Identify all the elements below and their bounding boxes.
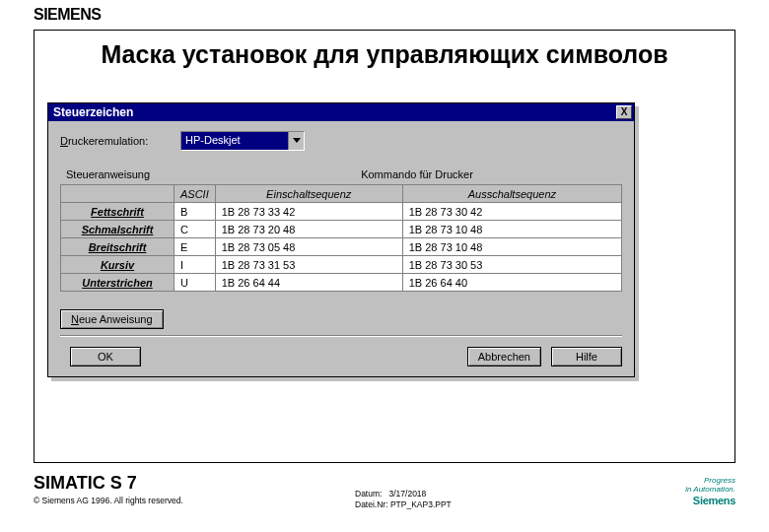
- cell-on-seq[interactable]: 1B 28 73 33 42: [215, 203, 402, 221]
- header-kommando: Kommando für Drucker: [212, 165, 622, 184]
- cell-on-seq[interactable]: 1B 28 73 20 48: [215, 221, 402, 238]
- row-name: Breitschrift: [61, 238, 175, 256]
- cell-on-seq[interactable]: 1B 28 73 05 48: [215, 238, 402, 256]
- cell-ascii[interactable]: E: [175, 238, 216, 256]
- brand-logo-top: SIEMENS: [34, 6, 102, 24]
- col-ascii: ASCII: [175, 185, 216, 203]
- table-row: KursivI1B 28 73 31 531B 28 73 30 53: [61, 256, 622, 274]
- cell-off-seq[interactable]: 1B 28 73 30 42: [402, 203, 621, 221]
- printer-emulation-label: Druckeremulation:: [60, 135, 180, 147]
- slide-title: Маска установок для управляющих символов: [35, 40, 734, 69]
- row-name: Fettschrift: [61, 203, 175, 221]
- cell-off-seq[interactable]: 1B 26 64 40: [402, 274, 621, 292]
- table-row: UnterstrichenU1B 26 64 441B 26 64 40: [61, 274, 622, 292]
- row-name: Unterstrichen: [61, 274, 175, 292]
- cancel-button[interactable]: Abbrechen: [467, 347, 541, 366]
- close-button[interactable]: X: [616, 105, 632, 119]
- table-row: FettschriftB1B 28 73 33 421B 28 73 30 42: [61, 203, 622, 221]
- table-row: SchmalschriftC1B 28 73 20 481B 28 73 10 …: [61, 221, 622, 238]
- footer-meta: Datum: 3/17/2018 Datei.Nr: PTP_KAP3.PPT: [355, 489, 452, 509]
- cell-off-seq[interactable]: 1B 28 73 10 48: [402, 238, 621, 256]
- ok-button[interactable]: OK: [70, 347, 141, 366]
- table-row: BreitschriftE1B 28 73 05 481B 28 73 10 4…: [61, 238, 622, 256]
- dialog-title: Steuerzeichen: [53, 105, 616, 119]
- printer-emulation-value: HP-Deskjet: [181, 132, 288, 150]
- cell-ascii[interactable]: B: [175, 203, 216, 221]
- cell-on-seq[interactable]: 1B 26 64 44: [215, 274, 402, 292]
- new-instruction-button[interactable]: Neue Anweisung: [60, 309, 164, 329]
- cell-ascii[interactable]: C: [175, 221, 216, 238]
- col-ausschalt: Ausschaltsequenz: [402, 185, 621, 203]
- help-button[interactable]: Hilfe: [551, 347, 622, 366]
- dialog-steuerzeichen: Steuerzeichen X Druckeremulation: HP-Des…: [47, 102, 635, 377]
- cell-ascii[interactable]: I: [175, 256, 216, 274]
- svg-marker-0: [293, 138, 301, 143]
- cell-ascii[interactable]: U: [175, 274, 216, 292]
- col-einschalt: Einschaltsequenz: [215, 185, 402, 203]
- cell-off-seq[interactable]: 1B 28 73 10 48: [402, 221, 621, 238]
- row-name: Kursiv: [61, 256, 175, 274]
- dropdown-arrow-icon[interactable]: [288, 132, 304, 150]
- header-steueranweisung: Steueranweisung: [60, 165, 212, 184]
- dialog-titlebar: Steuerzeichen X: [48, 103, 634, 121]
- footer-right: Progress in Automation. Siemens: [685, 477, 735, 506]
- printer-emulation-row: Druckeremulation: HP-Deskjet: [60, 131, 622, 151]
- control-codes-table: ASCII Einschaltsequenz Ausschaltsequenz …: [60, 184, 622, 292]
- printer-emulation-combo[interactable]: HP-Deskjet: [180, 131, 305, 151]
- cell-on-seq[interactable]: 1B 28 73 31 53: [215, 256, 402, 274]
- row-name: Schmalschrift: [61, 221, 175, 238]
- separator: [60, 335, 622, 337]
- cell-off-seq[interactable]: 1B 28 73 30 53: [402, 256, 621, 274]
